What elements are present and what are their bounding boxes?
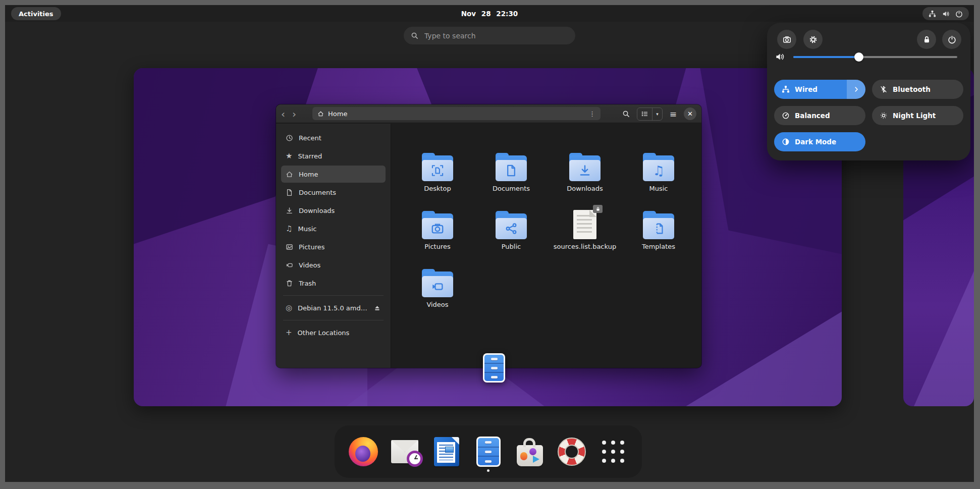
back-button[interactable]: ‹ <box>281 109 285 119</box>
file-item-label: Public <box>502 243 521 250</box>
file-item-music[interactable]: ♫Music <box>622 144 695 202</box>
share-glyph-icon <box>505 222 518 235</box>
volume-row <box>767 51 970 63</box>
sidebar-item-starred[interactable]: ★Starred <box>281 147 386 165</box>
sidebar-separator <box>283 320 384 320</box>
libreoffice-writer-icon <box>434 437 459 466</box>
search-icon[interactable] <box>622 110 630 118</box>
help-icon <box>558 438 586 466</box>
file-item-downloads[interactable]: Downloads <box>548 144 622 202</box>
sidebar-item-label: Music <box>298 225 316 233</box>
file-item-label: Videos <box>426 301 448 308</box>
top-bar: Activities Nov 28 22:30 <box>5 5 974 22</box>
gauge-icon <box>782 112 790 120</box>
unmount-button[interactable] <box>373 304 381 312</box>
sidebar-item-music[interactable]: ♫Music <box>281 220 386 237</box>
sidebar-item-label: Documents <box>299 189 336 196</box>
hamburger-menu-button[interactable]: ≡ <box>670 109 677 119</box>
sidebar-item-home[interactable]: Home <box>281 166 386 183</box>
clock-menu[interactable]: Nov 28 22:30 <box>5 5 974 22</box>
wired-toggle[interactable]: Wired <box>774 80 865 99</box>
disc-icon: ◎ <box>286 304 292 312</box>
text-file-icon <box>573 210 596 239</box>
sidebar-item-trash[interactable]: Trash <box>281 275 386 292</box>
bluetooth-toggle[interactable]: Bluetooth <box>872 80 963 99</box>
lock-screen-button[interactable] <box>917 30 936 49</box>
file-item-documents[interactable]: Documents <box>474 144 548 202</box>
sidebar-item-label: Recent <box>299 134 321 142</box>
evolution-mail-dock-item[interactable] <box>387 430 423 473</box>
files-icon <box>476 437 501 467</box>
music-glyph-icon: ♫ <box>652 164 664 177</box>
power-icon <box>955 10 963 18</box>
files-content-area: DesktopDocumentsDownloads♫MusicPicturesP… <box>392 124 701 368</box>
libreoffice-writer-dock-item[interactable] <box>428 430 465 473</box>
dash-dock <box>335 425 642 478</box>
settings-button[interactable] <box>803 30 823 49</box>
search-input[interactable] <box>423 31 568 40</box>
file-item-templates[interactable]: Templates <box>622 202 695 260</box>
toggle-expand-button[interactable] <box>847 80 865 99</box>
screenshot-button[interactable] <box>777 30 796 49</box>
bt-off-icon <box>880 85 888 93</box>
template-glyph-icon <box>652 222 665 235</box>
recent-clock-icon <box>286 134 293 142</box>
chevron-right-icon <box>853 86 860 93</box>
toggle-label: Dark Mode <box>795 138 836 146</box>
file-item-public[interactable]: Public <box>474 202 548 260</box>
sidebar-item-videos[interactable]: Videos <box>281 256 386 274</box>
sidebar-item-label: Starred <box>298 152 322 160</box>
volume-slider-fill <box>793 56 859 58</box>
trash-icon <box>286 280 293 287</box>
sidebar-item-pictures[interactable]: Pictures <box>281 238 386 255</box>
firefox-icon <box>349 437 378 466</box>
file-item-sources-list-backup[interactable]: sources.list.backup <box>548 202 622 260</box>
toggle-label: Balanced <box>795 112 830 120</box>
sidebar-item-other-locations[interactable]: +Other Locations <box>281 324 386 341</box>
night-light-toggle[interactable]: Night Light <box>872 106 963 125</box>
download-icon <box>286 207 293 214</box>
file-item-pictures[interactable]: Pictures <box>401 202 474 260</box>
video-camera-icon <box>286 261 293 269</box>
file-cabinet-icon <box>483 353 505 383</box>
dark-mode-toggle[interactable]: Dark Mode <box>774 132 865 151</box>
software-store-dock-item[interactable] <box>512 430 548 473</box>
files-dock-item[interactable] <box>470 430 507 473</box>
help-dock-item[interactable] <box>554 430 590 473</box>
path-bar[interactable]: Home ⋮ <box>312 107 601 120</box>
power-menu-button[interactable] <box>942 30 961 49</box>
files-app-badge-icon[interactable] <box>483 353 505 383</box>
close-window-button[interactable]: ✕ <box>684 107 696 120</box>
folder-icon: ♫ <box>643 153 674 181</box>
overview-search-bar[interactable] <box>404 27 575 44</box>
desktop-glyph-icon <box>431 164 444 177</box>
sidebar-item-recent[interactable]: Recent <box>281 129 386 146</box>
sidebar-item-documents[interactable]: Documents <box>281 184 386 201</box>
sidebar-item-downloads[interactable]: Downloads <box>281 202 386 219</box>
app-grid-button-dock-item[interactable] <box>595 430 631 473</box>
location-menu-button[interactable]: ⋮ <box>589 110 595 118</box>
list-view-button[interactable] <box>637 108 652 120</box>
volume-slider[interactable] <box>793 56 957 58</box>
sidebar-separator <box>283 295 384 296</box>
files-window-preview[interactable]: ‹ › Home ⋮ <box>276 104 701 368</box>
folder-icon <box>422 153 453 181</box>
star-icon: ★ <box>286 152 292 160</box>
eject-icon <box>373 304 381 312</box>
sidebar-item-label: Pictures <box>299 243 324 251</box>
document-icon <box>286 189 293 196</box>
file-item-label: Desktop <box>424 185 451 192</box>
system-tray-menu[interactable] <box>922 7 969 20</box>
view-options-dropdown[interactable]: ▾ <box>652 108 662 120</box>
volume-slider-handle[interactable] <box>854 52 863 62</box>
sidebar-item-debian-11-5-0-amd6-[interactable]: ◎Debian 11.5.0 amd6… <box>281 299 386 316</box>
firefox-dock-item[interactable] <box>345 430 382 473</box>
file-item-desktop[interactable]: Desktop <box>401 144 474 202</box>
files-window: ‹ › Home ⋮ <box>276 104 701 368</box>
file-item-videos[interactable]: Videos <box>401 260 474 318</box>
forward-button[interactable]: › <box>292 109 296 119</box>
power-profile-toggle[interactable]: Balanced <box>774 106 865 125</box>
home-icon <box>286 171 293 178</box>
view-toggle-split-button: ▾ <box>637 107 663 121</box>
file-item-label: Music <box>649 185 668 192</box>
